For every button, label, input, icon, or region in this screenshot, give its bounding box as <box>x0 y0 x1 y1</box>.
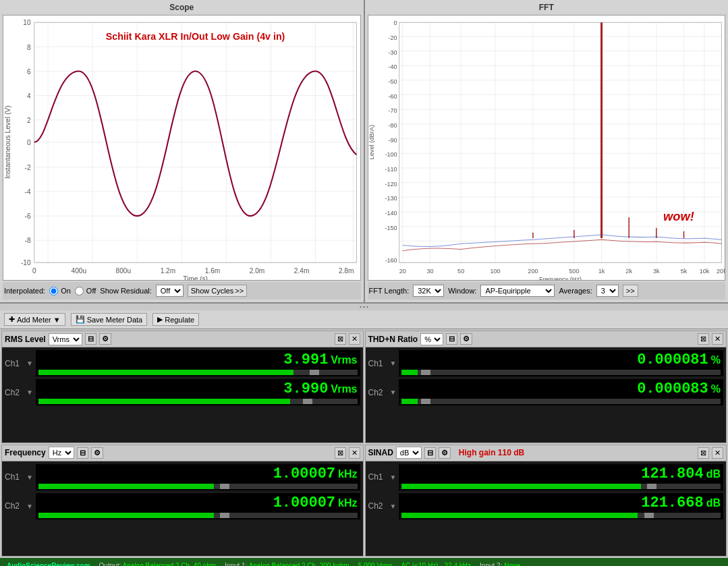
svg-rect-43 <box>368 16 725 280</box>
input1-detail2: AC (<10 Hz) - 22.4 kHz <box>397 562 476 567</box>
svg-text:Time (s): Time (s) <box>183 275 208 280</box>
svg-text:-90: -90 <box>388 137 397 144</box>
sinad-ch2-value: 121.668 <box>641 494 703 511</box>
frequency-header-right: ⊠ ✕ <box>335 447 360 459</box>
show-residual-select[interactable]: Off <box>156 285 184 297</box>
freq-ch1-display: 1.00007 kHz <box>36 464 360 490</box>
thd-ch2-arrow[interactable]: ▼ <box>390 389 397 396</box>
interpolated-on-group[interactable]: On <box>49 287 71 295</box>
show-cycles-button[interactable]: Show Cycles >> <box>188 285 247 297</box>
rms-ch2-arrow[interactable]: ▼ <box>26 389 33 396</box>
svg-text:wow!: wow! <box>663 209 694 223</box>
freq-ch1-arrow[interactable]: ▼ <box>26 474 33 481</box>
thd-icon2[interactable]: ⚙ <box>460 333 472 345</box>
thd-ch2-row: Ch2 ▼ 0.000083 % <box>368 379 724 405</box>
fft-length-select[interactable]: 32K <box>413 285 444 297</box>
freq-ch2-value: 1.00007 <box>273 494 335 511</box>
freq-ch2-arrow[interactable]: ▼ <box>26 503 33 510</box>
thd-icon1[interactable]: ⊟ <box>446 333 457 345</box>
svg-text:-6: -6 <box>25 213 31 220</box>
thd-unit-select[interactable]: % <box>420 333 443 345</box>
svg-text:2.4m: 2.4m <box>294 267 310 275</box>
status-bar: AudioScienceReview.com Output: Analog Ba… <box>0 558 728 566</box>
svg-text:800u: 800u <box>116 267 132 275</box>
rms-icon1[interactable]: ⊟ <box>85 333 96 345</box>
frequency-expand-icon[interactable]: ⊠ <box>335 447 346 459</box>
freq-ch2-label: Ch2 <box>5 501 24 511</box>
frequency-header-left: Frequency Hz ⊟ ⚙ <box>5 447 103 459</box>
thd-ch2-value-row: 0.000083 % <box>401 380 721 397</box>
watermark: AudioScienceReview.com <box>3 562 95 567</box>
sinad-ch1-arrow[interactable]: ▼ <box>390 474 397 481</box>
sinad-close-icon[interactable]: ✕ <box>712 447 723 459</box>
rms-expand-icon[interactable]: ⊠ <box>335 333 346 345</box>
svg-text:50: 50 <box>457 268 464 275</box>
sinad-expand-icon[interactable]: ⊠ <box>698 447 709 459</box>
thd-close-icon[interactable]: ✕ <box>712 333 723 345</box>
rms-ch1-arrow[interactable]: ▼ <box>26 360 33 367</box>
fft-expand-button[interactable]: >> <box>623 285 638 297</box>
rms-ch1-unit: Vrms <box>331 354 357 366</box>
thd-ch1-label: Ch1 <box>368 359 387 368</box>
output-label: Output: <box>99 562 121 567</box>
interpolated-off-group[interactable]: Off <box>75 287 96 295</box>
sinad-ch2-arrow[interactable]: ▼ <box>390 503 397 510</box>
sinad-ch2-display: 121.668 dB <box>399 493 723 519</box>
svg-text:2: 2 <box>27 117 31 124</box>
thd-ratio-title: THD+N Ratio <box>368 335 418 344</box>
freq-ch1-row: Ch1 ▼ 1.00007 kHz <box>5 464 360 490</box>
window-select[interactable]: AP-Equiripple <box>480 285 555 297</box>
rms-level-header-left: RMS Level Vrms ⊟ ⚙ <box>5 333 111 345</box>
separator-dots: • • • <box>0 304 728 310</box>
thd-ch2-peak <box>421 399 430 404</box>
frequency-close-icon[interactable]: ✕ <box>349 447 360 459</box>
rms-level-title: RMS Level <box>5 335 46 344</box>
rms-ch2-row: Ch2 ▼ 3.990 Vrms <box>5 379 360 405</box>
save-meter-data-button[interactable]: 💾 Save Meter Data <box>71 313 148 326</box>
sinad-icon1[interactable]: ⊟ <box>424 447 436 459</box>
thd-ch1-arrow[interactable]: ▼ <box>390 360 397 367</box>
graphs-section: Scope <box>0 0 728 304</box>
svg-text:2.8m: 2.8m <box>339 267 354 275</box>
sinad-ch2-value-row: 121.668 dB <box>401 494 721 511</box>
interpolated-off-radio[interactable] <box>75 287 84 295</box>
svg-text:Level (dBrA): Level (dBrA) <box>368 125 375 160</box>
averages-select[interactable]: 3 <box>596 285 619 297</box>
regulate-button[interactable]: ▶ Regulate <box>152 313 199 326</box>
thd-expand-icon[interactable]: ⊠ <box>698 333 709 345</box>
sinad-ch1-label: Ch1 <box>368 472 387 482</box>
rms-unit-select[interactable]: Vrms <box>49 333 82 345</box>
freq-ch1-value: 1.00007 <box>273 465 335 482</box>
svg-text:1k: 1k <box>598 268 605 275</box>
interpolated-on-radio[interactable] <box>49 287 58 295</box>
sinad-ch2-label: Ch2 <box>368 501 387 511</box>
fft-svg: 0 -20 -30 -40 -50 -60 -70 -80 -90 -100 -… <box>368 16 725 280</box>
sinad-ch1-bar <box>401 484 640 489</box>
svg-text:-120: -120 <box>385 181 397 188</box>
freq-ch2-unit: kHz <box>338 497 357 509</box>
freq-ch2-display: 1.00007 kHz <box>36 493 360 519</box>
frequency-icon1[interactable]: ⊟ <box>77 447 88 459</box>
add-meter-button[interactable]: ✚ Add Meter ▼ <box>4 313 65 326</box>
rms-ch2-peak <box>303 399 312 404</box>
rms-ch2-value: 3.990 <box>283 380 328 397</box>
scope-panel: Scope <box>0 0 365 302</box>
fft-panel: FFT <box>365 0 729 302</box>
rms-icon2[interactable]: ⚙ <box>99 333 111 345</box>
rms-close-icon[interactable]: ✕ <box>349 333 360 345</box>
svg-text:0: 0 <box>32 267 36 275</box>
input1-detail1: 5.000 Vrms <box>354 562 397 567</box>
svg-text:-70: -70 <box>388 107 397 114</box>
sinad-icon2[interactable]: ⚙ <box>439 447 451 459</box>
svg-text:4: 4 <box>27 92 31 100</box>
frequency-icon2[interactable]: ⚙ <box>91 447 103 459</box>
fft-graph: 0 -20 -30 -40 -50 -60 -70 -80 -90 -100 -… <box>368 15 726 281</box>
svg-text:2.0m: 2.0m <box>250 267 265 275</box>
sinad-ch2-bar <box>401 513 638 518</box>
frequency-unit-select[interactable]: Hz <box>49 447 74 459</box>
rms-ch1-bar <box>38 370 293 375</box>
sinad-header: SINAD dB ⊟ ⚙ High gain 110 dB ⊠ ✕ <box>366 445 727 461</box>
sinad-title-extra: High gain 110 dB <box>459 448 524 457</box>
svg-text:5k: 5k <box>680 268 687 275</box>
sinad-unit-select[interactable]: dB <box>396 447 422 459</box>
